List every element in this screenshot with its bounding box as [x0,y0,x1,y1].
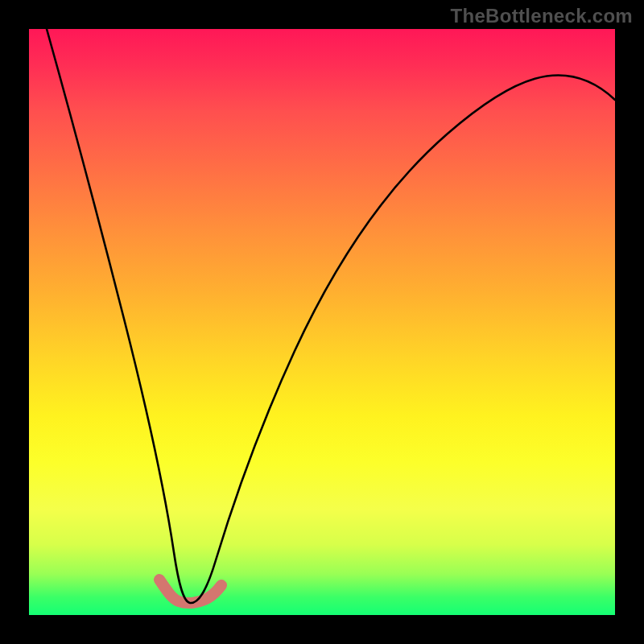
main-curve [47,29,615,603]
outer-frame: TheBottleneck.com [0,0,644,644]
bottom-arc-highlight [159,580,221,603]
watermark-text: TheBottleneck.com [451,5,633,27]
curve-overlay [29,29,615,615]
